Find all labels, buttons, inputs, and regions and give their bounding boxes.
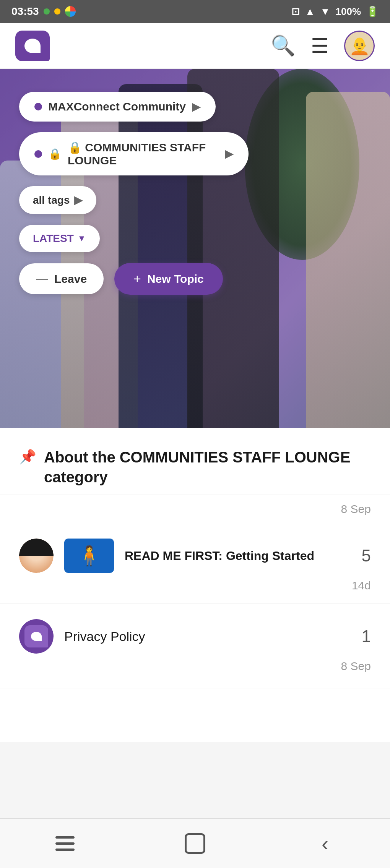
status-wifi: ▲ <box>305 6 315 18</box>
community-pill[interactable]: MAXConnect Community ▶ <box>19 92 216 122</box>
topic-count-1: 5 <box>362 546 371 565</box>
menu-icon[interactable]: ☰ <box>311 34 329 57</box>
status-bar: 03:53 ⊡ ▲ ▼ 100% 🔋 <box>0 0 390 23</box>
nav-back-button[interactable]: ‹ <box>302 828 348 859</box>
status-battery-icon: 🔋 <box>366 6 379 18</box>
nav-line-3 <box>55 849 75 851</box>
bottom-nav: ‹ <box>0 818 390 868</box>
community-arrow-icon: ▶ <box>192 101 200 113</box>
status-network: ▼ <box>320 6 330 18</box>
nav-lines-icon <box>55 836 75 851</box>
topic-avatar-1 <box>19 539 54 573</box>
leave-minus-icon: — <box>36 272 48 286</box>
hero-banner: MAXConnect Community ▶ 🔒 🔒 COMMUNITIES S… <box>0 69 390 428</box>
avatar[interactable]: 🧑‍🦲 <box>344 31 375 61</box>
pin-icon: 📌 <box>19 449 36 465</box>
app-logo[interactable] <box>15 31 50 61</box>
topic-info-1: READ ME FIRST: Getting Started <box>125 547 351 565</box>
community-dot <box>34 103 42 110</box>
pinned-date: 8 Sep <box>0 495 390 527</box>
privacy-count: 1 <box>362 627 371 646</box>
staff-lounge-dot <box>34 150 42 158</box>
status-battery: 100% <box>336 6 361 18</box>
new-topic-button[interactable]: + New Topic <box>114 263 223 295</box>
leave-button[interactable]: — Leave <box>19 263 104 294</box>
status-left: 03:53 <box>11 5 76 18</box>
avatar-emoji: 🧑‍🦲 <box>349 36 370 56</box>
pinned-title: About the COMMUNITIES STAFF LOUNGE categ… <box>44 447 371 487</box>
topic-date-1: 14d <box>19 573 371 592</box>
status-dot-multi <box>65 6 76 17</box>
staff-lounge-pill[interactable]: 🔒 🔒 COMMUNITIES STAFF LOUNGE ▶ <box>19 132 249 175</box>
nav-home-button[interactable] <box>172 828 218 859</box>
nav-line-1 <box>55 836 75 839</box>
plus-icon: + <box>133 271 141 286</box>
topic-row-2: Privacy Policy 1 <box>19 619 371 654</box>
latest-label: LATEST <box>33 232 74 245</box>
topic-item-1[interactable]: 🧍 READ ME FIRST: Getting Started 5 14d <box>0 527 390 604</box>
status-time: 03:53 <box>11 5 39 18</box>
content-area: 📌 About the COMMUNITIES STAFF LOUNGE cat… <box>0 428 390 742</box>
search-icon[interactable]: 🔍 <box>271 34 296 57</box>
nav-icons: 🔍 ☰ 🧑‍🦲 <box>271 31 375 61</box>
privacy-title: Privacy Policy <box>64 629 351 644</box>
leave-label: Leave <box>54 273 87 286</box>
avatar-girl <box>19 539 54 573</box>
privacy-date: 8 Sep <box>19 654 371 673</box>
topic-thumbnail-1: 🧍 <box>64 539 114 573</box>
nav-square-icon <box>185 833 205 854</box>
lock-icon: 🔒 <box>48 148 62 160</box>
topic-item-2[interactable]: Privacy Policy 1 8 Sep <box>0 604 390 688</box>
status-signal: ⊡ <box>291 6 300 18</box>
tags-pill[interactable]: all tags ▶ <box>19 186 96 214</box>
pinned-topic[interactable]: 📌 About the COMMUNITIES STAFF LOUNGE cat… <box>0 428 390 495</box>
thumbnail-figure-icon: 🧍 <box>77 545 101 567</box>
status-right: ⊡ ▲ ▼ 100% 🔋 <box>291 6 379 18</box>
nav-line-2 <box>55 842 75 845</box>
bottom-spacer <box>0 688 390 742</box>
topic-title-1: READ ME FIRST: Getting Started <box>125 547 351 565</box>
logo-avatar-inner <box>24 625 48 647</box>
pinned-header: 📌 About the COMMUNITIES STAFF LOUNGE cat… <box>19 447 371 487</box>
staff-lounge-arrow-icon: ▶ <box>225 148 233 160</box>
tags-arrow-icon: ▶ <box>74 194 83 206</box>
hero-content: MAXConnect Community ▶ 🔒 🔒 COMMUNITIES S… <box>0 69 390 428</box>
community-label: MAXConnect Community <box>48 100 186 113</box>
latest-chevron-icon: ▼ <box>78 234 86 243</box>
tags-label: all tags <box>33 194 70 206</box>
action-row: — Leave + New Topic <box>19 263 371 295</box>
status-dot-green <box>44 8 50 15</box>
top-nav: 🔍 ☰ 🧑‍🦲 <box>0 23 390 69</box>
nav-back-icon: ‹ <box>322 832 328 855</box>
new-topic-label: New Topic <box>147 273 204 286</box>
nav-menu-button[interactable] <box>42 828 88 859</box>
staff-lounge-label: 🔒 COMMUNITIES STAFF LOUNGE <box>68 141 219 167</box>
topic-row-1: 🧍 READ ME FIRST: Getting Started 5 <box>19 539 371 573</box>
logo-avatar <box>19 619 54 654</box>
status-dot-yellow <box>54 8 60 15</box>
latest-pill[interactable]: LATEST ▼ <box>19 225 100 252</box>
